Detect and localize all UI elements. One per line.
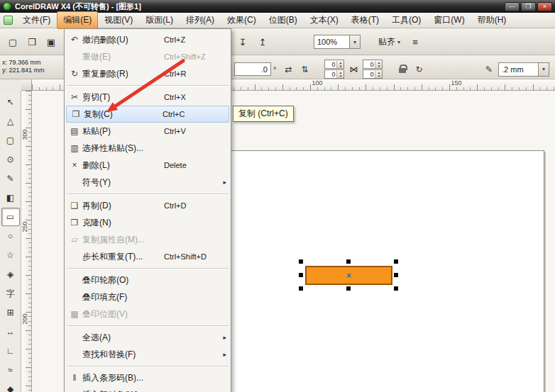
convert-to-curves-button[interactable]: ↻ [412, 62, 426, 77]
menuitem-copy[interactable]: ❐复制(C)Ctrl+C [66, 106, 229, 123]
snap-to-button[interactable]: 贴齐 ▾ [375, 35, 404, 50]
rectangle-tool[interactable]: ▭ [1, 208, 20, 226]
menuitem-step-and-repeat[interactable]: 步长和重复(T)...Ctrl+Shift+D [65, 248, 231, 265]
menu-window[interactable]: 窗口(W) [427, 11, 471, 29]
selection-handle[interactable] [299, 273, 303, 277]
round-corners-together-button[interactable]: ⋈ [346, 62, 361, 77]
menu-tools[interactable]: 工具(O) [385, 11, 427, 29]
minimize-button[interactable]: — [505, 2, 520, 11]
selection-handle[interactable] [394, 259, 398, 264]
corner-radius-top-right-input[interactable]: 0▴▾ [363, 60, 383, 69]
menu-table[interactable]: 表格(T) [345, 11, 385, 29]
new-document-button[interactable]: ▢ [4, 33, 21, 50]
menuitem-cut[interactable]: ✂剪切(T)Ctrl+X [65, 89, 231, 106]
menuitem-duplicate[interactable]: ❑再制(D)Ctrl+D [65, 197, 231, 214]
zoom-level-select[interactable]: 100% ▾ [314, 35, 361, 49]
menuitem-paste-special[interactable]: ▥选择性粘贴(S)... [65, 140, 231, 157]
menuitem-paste[interactable]: ▤粘贴(P)Ctrl+V [65, 123, 231, 140]
menuitem-overprint-fill[interactable]: 叠印填充(F) [65, 289, 231, 306]
cut-icon: ✂ [67, 92, 82, 102]
selected-rectangle[interactable]: × [305, 266, 392, 285]
menu-text[interactable]: 文本(X) [304, 11, 345, 29]
duplicate-icon: ❑ [67, 201, 82, 211]
selection-handle[interactable] [346, 286, 351, 291]
dimension-tool[interactable]: ↔ [1, 323, 20, 341]
menuitem-undo-delete[interactable]: ↶撤消删除(U)Ctrl+Z [65, 31, 231, 48]
blend-tool[interactable]: ≈ [1, 361, 20, 379]
selection-handle[interactable] [394, 286, 398, 291]
menuitem-overprint-outline[interactable]: 叠印轮廓(O) [65, 271, 231, 289]
menuitem-redo[interactable]: 重做(E)Ctrl+Shift+Z [65, 48, 231, 65]
window-controls: —❐× [505, 2, 552, 11]
selection-handle[interactable] [346, 259, 351, 264]
zoom-tool[interactable]: ⊙ [1, 150, 20, 169]
menu-view[interactable]: 视图(V) [98, 11, 139, 29]
menuitem-delete[interactable]: ×删除(L)Delete [65, 157, 231, 174]
menu-arrange[interactable]: 排列(A) [180, 11, 221, 29]
restore-button[interactable]: ❐ [521, 2, 536, 11]
shape-tool[interactable]: △ [1, 112, 20, 130]
spin-down-icon[interactable]: ▾ [375, 65, 382, 68]
menu-effects[interactable]: 效果(C) [221, 11, 263, 29]
crop-tool[interactable]: ▢ [1, 131, 20, 150]
zoom-dropdown-icon[interactable]: ▾ [349, 35, 360, 48]
close-button[interactable]: × [537, 2, 552, 11]
mirror-vertical-button[interactable]: ⇅ [297, 62, 312, 77]
vertical-ruler: 300250200 [21, 91, 32, 392]
rotation-angle-input[interactable]: .0 [234, 62, 271, 76]
pick-tool[interactable]: ↖ [1, 93, 20, 111]
menuitem-overprint-bitmap[interactable]: ▦叠印位图(V) [65, 306, 231, 323]
export-button[interactable]: ↥ [254, 33, 271, 50]
selection-handle[interactable] [299, 286, 303, 291]
corner-radius-bottom-right-input[interactable]: 0▴▾ [363, 69, 383, 79]
options-icon: ≡ [412, 37, 418, 47]
document-icon[interactable] [4, 16, 13, 25]
polygon-tool[interactable]: ☆ [1, 246, 20, 264]
menuitem-find-replace[interactable]: 查找和替换(F)▸ [65, 346, 231, 363]
menuitem-select-all[interactable]: 全选(A)▸ [65, 329, 231, 346]
crop-tool-icon: ▢ [6, 135, 14, 145]
table-tool[interactable]: ⊞ [1, 303, 20, 322]
corner-radius-top-left-input[interactable]: 0▴▾ [324, 60, 344, 69]
cursor-coordinates: x: 79.366 mm y: 221.841 mm [2, 59, 45, 74]
pen-icon: ✎ [485, 65, 493, 74]
save-button[interactable]: ▣ [43, 33, 60, 50]
fill-tool[interactable]: ◆ [1, 380, 20, 392]
import-button[interactable]: ↧ [234, 33, 251, 50]
menuitem-repeat-delete[interactable]: ↻重复删除(R)Ctrl+R [65, 65, 231, 82]
menu-layout[interactable]: 版面(L) [139, 11, 180, 29]
menuitem-clone[interactable]: ❒克隆(N) [65, 214, 231, 231]
ruler-origin [21, 79, 32, 91]
menu-edit[interactable]: 编辑(E) [57, 11, 98, 29]
menu-bitmaps[interactable]: 位图(B) [263, 11, 304, 29]
menuitem-insert-barcode[interactable]: ‖插入条形码(B)... [65, 369, 231, 386]
outline-pen-button: ✎ [482, 62, 496, 77]
mirror-horizontal-button[interactable]: ⇄ [281, 62, 295, 77]
menu-help[interactable]: 帮助(H) [471, 11, 513, 29]
menu-file[interactable]: 文件(F) [16, 11, 57, 29]
text-tool[interactable]: 字 [1, 284, 20, 303]
spin-down-icon[interactable]: ▾ [337, 74, 344, 78]
degree-unit-label: ° [273, 65, 276, 74]
selection-handle[interactable] [299, 259, 303, 264]
spin-down-icon[interactable]: ▾ [375, 74, 382, 78]
edit-menu: ↶撤消删除(U)Ctrl+Z重做(E)Ctrl+Shift+Z↻重复删除(R)C… [64, 28, 231, 392]
freehand-tool[interactable]: ✎ [1, 169, 20, 188]
options-button[interactable]: ≡ [407, 33, 424, 50]
spin-down-icon[interactable]: ▾ [337, 65, 344, 68]
ellipse-tool[interactable]: ○ [1, 227, 20, 245]
smart-fill-tool[interactable]: ◧ [1, 189, 20, 207]
open-button[interactable]: ❒ [23, 33, 40, 50]
outline-width-value: .2 mm [499, 65, 538, 74]
basic-shapes-tool[interactable]: ◈ [1, 265, 20, 284]
menuitem-copy-properties-from[interactable]: ▱复制属性自(M)... [65, 231, 231, 248]
menuitem-insert-new-object[interactable]: ⊞插入新对象(W)... [65, 386, 231, 392]
menuitem-symbol[interactable]: 符号(Y)▸ [65, 174, 231, 191]
import-icon: ↧ [239, 37, 247, 47]
outline-width-select[interactable]: .2 mm ▾ [498, 62, 549, 77]
corner-radius-bottom-left-input[interactable]: 0▴▾ [324, 69, 344, 79]
outline-dropdown-icon[interactable]: ▾ [538, 63, 549, 76]
lock-ratio-button[interactable] [395, 62, 410, 77]
selection-handle[interactable] [394, 273, 398, 277]
connector-tool[interactable]: ∟ [1, 342, 20, 360]
